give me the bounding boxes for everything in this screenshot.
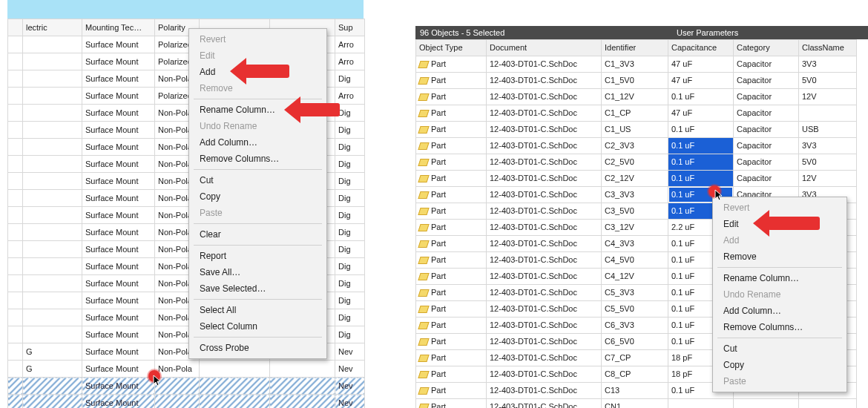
table-cell[interactable]: C3_12V [602,220,668,236]
table-cell[interactable]: Dig [335,258,365,275]
table-cell[interactable]: Arro [335,88,365,105]
table-cell[interactable]: Surface Mount [82,292,155,309]
table-cell[interactable] [200,378,270,395]
table-cell[interactable]: Dig [335,156,365,173]
menu-cut[interactable]: Cut [189,172,326,188]
table-cell[interactable]: C8_CP [602,366,668,383]
table-cell[interactable]: Dig [335,139,365,156]
table-cell[interactable]: C2_3V3 [602,138,668,154]
cell-object-type[interactable]: Part [416,366,487,383]
table-cell[interactable]: Surface Mount [82,122,155,139]
cell-object-type[interactable]: Part [416,89,487,105]
table-cell[interactable]: Capacitor [734,89,799,105]
table-cell[interactable] [8,207,23,224]
table-cell[interactable] [8,395,23,409]
cell-object-type[interactable]: Part [416,252,487,269]
table-cell[interactable]: 12-403-DT01-C.SchDoc [487,89,602,105]
cell-object-type[interactable]: Part [416,187,487,203]
cell-object-type[interactable]: Part [416,56,487,73]
menu-revert[interactable]: Revert [189,31,326,47]
col-header-dielectric[interactable]: lectric [23,19,82,36]
table-cell[interactable]: Capacitor [734,138,799,154]
table-cell[interactable]: Capacitor [734,105,799,122]
col-header-mounting[interactable]: Mounting Tec… [82,19,155,36]
col-identifier[interactable]: Identifier [602,40,668,56]
table-cell[interactable] [8,53,23,70]
table-cell[interactable] [8,36,23,53]
menu-rename-column[interactable]: Rename Column… [189,102,326,118]
table-cell[interactable] [23,395,82,409]
table-cell[interactable] [8,378,23,395]
table-row[interactable]: Part12-403-DT01-C.SchDocC2_5V00.1 uFCapa… [416,154,857,171]
table-cell[interactable]: Dig [335,224,365,241]
menu-undo-rename[interactable]: Undo Rename [189,118,326,134]
cell-object-type[interactable]: Part [416,138,487,154]
table-cell[interactable]: 12-403-DT01-C.SchDoc [487,171,602,187]
table-cell[interactable] [8,156,23,173]
table-cell[interactable]: G [23,361,82,378]
table-cell[interactable] [155,395,200,409]
table-cell[interactable]: 0.1 uF [668,138,734,154]
table-cell[interactable]: 47 uF [668,73,734,89]
menu-edit[interactable]: Edit [713,216,846,232]
table-cell[interactable]: 12-403-DT01-C.SchDoc [487,187,602,203]
table-cell[interactable]: C5_5V0 [602,301,668,317]
table-cell[interactable] [270,361,335,378]
table-cell[interactable]: 12V [799,89,857,105]
cell-object-type[interactable]: Part [416,154,487,171]
table-cell[interactable]: Nev [335,361,365,378]
table-cell[interactable]: 0.1 uF [668,171,734,187]
table-cell[interactable]: 12-403-DT01-C.SchDoc [487,383,602,399]
table-cell[interactable] [8,361,23,378]
table-cell[interactable]: C3_3V3 [602,187,668,203]
table-cell[interactable] [8,105,23,122]
menu-clear[interactable]: Clear [189,226,326,243]
table-cell[interactable]: G [23,343,82,361]
col-object-type[interactable]: Object Type [416,40,487,56]
table-cell[interactable]: Surface Mount [82,241,155,258]
table-cell[interactable]: Dig [335,309,365,326]
table-cell[interactable] [200,395,270,409]
table-cell[interactable]: 12-403-DT01-C.SchDoc [487,236,602,252]
table-cell[interactable]: Dig [335,326,365,343]
table-cell[interactable]: Capacitor [734,73,799,89]
table-cell[interactable]: Capacitor [734,56,799,73]
table-cell[interactable]: Surface Mount [82,207,155,224]
table-cell[interactable] [8,343,23,361]
table-cell[interactable]: 47 uF [668,105,734,122]
table-cell[interactable]: Surface Mount [82,36,155,53]
cell-object-type[interactable]: Part [416,269,487,285]
table-cell[interactable]: C2_5V0 [602,154,668,171]
table-cell[interactable]: Surface Mount [82,224,155,241]
table-cell[interactable]: C6_3V3 [602,317,668,334]
table-cell[interactable]: Surface Mount [82,105,155,122]
table-cell[interactable]: Dig [335,190,365,207]
cell-object-type[interactable]: Part [416,285,487,301]
table-cell[interactable]: 12-403-DT01-C.SchDoc [487,252,602,269]
menu-revert[interactable]: Revert [713,200,846,216]
menu-edit[interactable]: Edit [189,47,326,64]
table-cell[interactable]: 12-403-DT01-C.SchDoc [487,334,602,350]
table-cell[interactable]: Capacitor [734,171,799,187]
table-cell[interactable] [8,275,23,292]
table-cell[interactable]: Nev [335,378,365,395]
table-cell[interactable]: Surface Mount [82,326,155,343]
table-cell[interactable]: Surface Mount [82,361,155,378]
table-cell[interactable]: C6_5V0 [602,334,668,350]
table-cell[interactable]: Dig [335,241,365,258]
table-cell[interactable] [23,258,82,275]
menu-cut[interactable]: Cut [713,340,846,357]
table-cell[interactable] [668,399,734,409]
menu-remove-columns[interactable]: Remove Columns… [713,319,846,335]
cell-object-type[interactable]: Part [416,203,487,220]
table-cell[interactable]: 0.1 uF [668,122,734,138]
table-cell[interactable] [270,395,335,409]
table-cell[interactable]: Dig [335,105,365,122]
table-row[interactable]: Part12-403-DT01-C.SchDocC2_3V30.1 uFCapa… [416,138,857,154]
cell-object-type[interactable]: Part [416,399,487,409]
table-cell[interactable]: Surface Mount [82,70,155,88]
cell-object-type[interactable]: Part [416,350,487,366]
table-cell[interactable] [23,292,82,309]
table-cell[interactable]: 12-403-DT01-C.SchDoc [487,317,602,334]
table-cell[interactable] [8,224,23,241]
